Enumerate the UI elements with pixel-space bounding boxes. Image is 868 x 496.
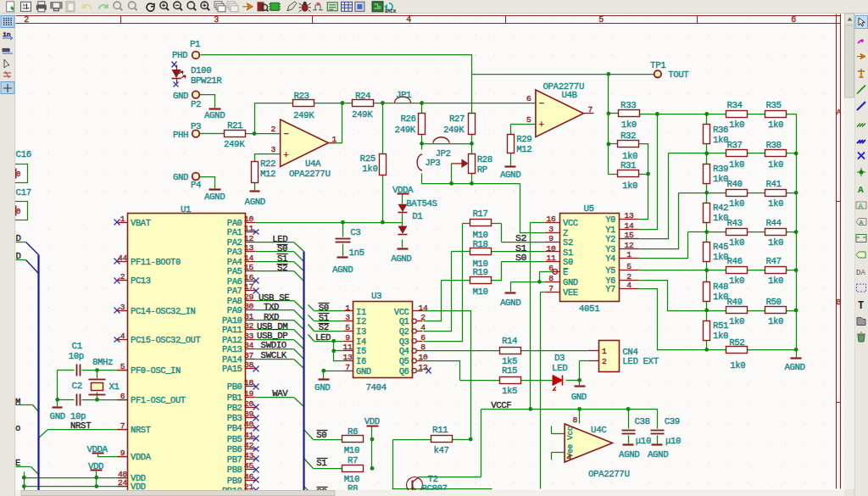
svg-text:PA9: PA9 — [227, 305, 242, 315]
svg-text:P1: P1 — [190, 39, 200, 49]
svg-text:1k5: 1k5 — [502, 386, 517, 396]
svg-text:SWCLK: SWCLK — [261, 350, 287, 360]
svg-text:8: 8 — [420, 343, 426, 352]
svg-text:10: 10 — [547, 244, 556, 254]
svg-text:10p: 10p — [69, 351, 84, 361]
svg-text:13: 13 — [343, 353, 353, 362]
svg-text:2: 2 — [626, 272, 632, 281]
svg-text:VCC: VCC — [563, 218, 578, 228]
svg-text:TP1: TP1 — [650, 60, 665, 70]
svg-text:PB2: PB2 — [227, 403, 242, 413]
svg-text:Q5: Q5 — [399, 356, 409, 366]
svg-text:PA11: PA11 — [222, 325, 242, 335]
svg-text:VDD: VDD — [88, 461, 103, 471]
svg-text:37: 37 — [244, 351, 253, 360]
svg-text:R14: R14 — [502, 336, 517, 346]
svg-text:1: 1 — [602, 347, 607, 356]
svg-text:AGND: AGND — [332, 265, 353, 275]
svg-text:8MHz: 8MHz — [92, 357, 113, 367]
svg-text:4: 4 — [120, 332, 125, 341]
svg-text:18: 18 — [244, 378, 253, 387]
svg-text:19: 19 — [244, 389, 253, 398]
svg-text:JP1: JP1 — [396, 90, 411, 100]
svg-text:Y2: Y2 — [605, 234, 615, 244]
svg-text:42: 42 — [244, 441, 253, 450]
svg-text:+: + — [539, 120, 544, 130]
svg-text:PB0: PB0 — [227, 382, 242, 392]
svg-text:7404: 7404 — [366, 382, 387, 393]
svg-text:R32: R32 — [620, 131, 636, 141]
svg-text:E: E — [15, 458, 20, 468]
svg-text:PC13: PC13 — [131, 276, 151, 286]
svg-text:20: 20 — [244, 399, 253, 409]
svg-text:PF0-OSC_IN: PF0-OSC_IN — [131, 365, 181, 376]
svg-text:29: 29 — [244, 293, 253, 302]
svg-text:M12: M12 — [260, 169, 275, 179]
svg-text:U1: U1 — [181, 204, 191, 215]
svg-text:17: 17 — [244, 282, 253, 292]
svg-text:C2: C2 — [72, 381, 82, 391]
svg-text:2: 2 — [420, 313, 426, 322]
svg-text:A: A — [859, 203, 864, 211]
svg-text:o: o — [15, 423, 20, 433]
svg-text:PB7: PB7 — [227, 454, 242, 465]
svg-text:USB_DP: USB_DP — [257, 331, 287, 341]
svg-text:k47: k47 — [434, 445, 449, 455]
svg-text:R29: R29 — [516, 134, 531, 144]
svg-text:C3: C3 — [350, 227, 360, 237]
svg-text:A4: A4 — [23, 3, 28, 8]
svg-text:2: 2 — [120, 272, 125, 281]
svg-text:32: 32 — [244, 321, 253, 331]
svg-text:C17: C17 — [16, 187, 31, 198]
svg-text:C1: C1 — [72, 341, 82, 351]
svg-text:−: − — [284, 130, 289, 139]
svg-text:OPA2277U: OPA2277U — [588, 469, 629, 479]
svg-text:μ10: μ10 — [636, 436, 651, 446]
svg-text:GND: GND — [571, 392, 587, 402]
svg-text:R37: R37 — [726, 140, 742, 150]
svg-text:U4B: U4B — [561, 90, 576, 100]
svg-text:14: 14 — [244, 254, 253, 263]
svg-text:48: 48 — [118, 470, 127, 479]
svg-text:U5: U5 — [584, 203, 594, 214]
svg-text:R22: R22 — [260, 159, 275, 169]
svg-text:3: 3 — [214, 15, 219, 25]
svg-text:RP: RP — [477, 164, 487, 175]
svg-text:R33: R33 — [620, 100, 636, 110]
svg-text:1k0: 1k0 — [729, 159, 744, 170]
svg-text:1: 1 — [120, 215, 125, 224]
svg-text:A: A — [860, 219, 864, 226]
svg-text:LED EXT: LED EXT — [622, 356, 658, 366]
svg-text:16: 16 — [547, 215, 556, 224]
svg-text:13: 13 — [244, 243, 253, 253]
svg-text:R6: R6 — [348, 426, 358, 437]
svg-text:46: 46 — [244, 472, 253, 482]
svg-text:44: 44 — [118, 254, 127, 263]
svg-text:PB9: PB9 — [227, 476, 242, 486]
svg-text:in: in — [3, 31, 11, 38]
svg-text:VDDA: VDDA — [392, 185, 414, 195]
svg-text:7: 7 — [120, 421, 125, 431]
svg-text:43: 43 — [244, 451, 253, 460]
svg-text:249K: 249K — [443, 125, 465, 135]
svg-text:34: 34 — [244, 341, 253, 350]
svg-text:VDD: VDD — [364, 416, 380, 426]
svg-text:PA10: PA10 — [222, 315, 242, 326]
svg-text:R42: R42 — [713, 203, 728, 213]
svg-text:R17: R17 — [473, 209, 488, 219]
svg-text:M10: M10 — [473, 287, 488, 297]
svg-text:GND: GND — [356, 366, 371, 376]
svg-text:PA5: PA5 — [227, 266, 242, 276]
svg-text:U4C: U4C — [591, 425, 606, 435]
svg-text:−: − — [539, 99, 544, 109]
svg-text:VDDA: VDDA — [86, 444, 108, 454]
svg-text:7: 7 — [345, 363, 349, 372]
svg-text:R25: R25 — [360, 153, 376, 164]
svg-text:R36: R36 — [713, 125, 728, 135]
svg-text:GND: GND — [314, 382, 330, 393]
svg-text:4: 4 — [406, 15, 411, 25]
svg-text:B: B — [837, 298, 842, 307]
svg-text:5: 5 — [598, 15, 604, 25]
svg-text:13: 13 — [625, 211, 634, 220]
svg-text:S0: S0 — [316, 430, 326, 440]
